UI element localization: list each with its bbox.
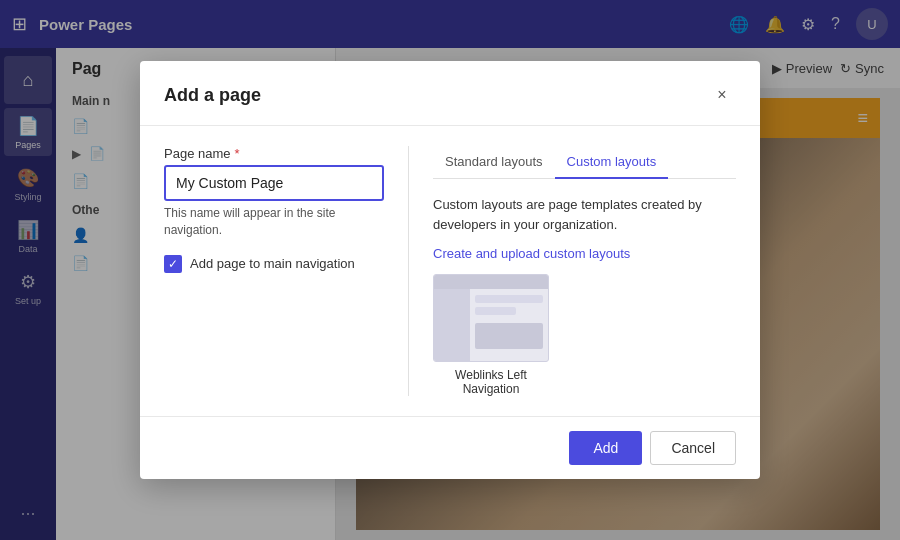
page-name-label: Page name *: [164, 146, 384, 161]
add-page-modal: Add a page × Page name * This name will …: [140, 61, 760, 479]
add-nav-checkbox[interactable]: ✓: [164, 255, 182, 273]
modal-body: Page name * This name will appear in the…: [140, 126, 760, 416]
create-upload-link[interactable]: Create and upload custom layouts: [433, 246, 630, 261]
tab-custom-layouts[interactable]: Custom layouts: [555, 146, 669, 179]
layout-grid: Weblinks LeftNavigation: [433, 274, 736, 396]
required-star: *: [235, 146, 240, 161]
add-nav-row: ✓ Add page to main navigation: [164, 255, 384, 273]
modal-footer: Add Cancel: [140, 416, 760, 479]
layout-card-label: Weblinks LeftNavigation: [455, 368, 527, 396]
thumb-row-2: [475, 307, 516, 315]
modal-header: Add a page ×: [140, 61, 760, 126]
add-button[interactable]: Add: [569, 431, 642, 465]
cancel-button[interactable]: Cancel: [650, 431, 736, 465]
thumb-box: [475, 323, 543, 349]
thumb-sidebar: [434, 289, 470, 361]
layout-card-weblinks[interactable]: Weblinks LeftNavigation: [433, 274, 549, 396]
page-name-hint: This name will appear in the site naviga…: [164, 205, 384, 239]
tab-standard-layouts[interactable]: Standard layouts: [433, 146, 555, 179]
add-nav-label: Add page to main navigation: [190, 256, 355, 271]
layout-description: Custom layouts are page templates create…: [433, 195, 736, 234]
thumb-top-bar: [434, 275, 548, 289]
thumb-row-1: [475, 295, 543, 303]
layout-thumbnail-weblinks: [433, 274, 549, 362]
modal-close-button[interactable]: ×: [708, 81, 736, 109]
page-name-field: Page name * This name will appear in the…: [164, 146, 384, 239]
page-name-input[interactable]: [164, 165, 384, 201]
modal-form: Page name * This name will appear in the…: [164, 146, 384, 396]
modal-divider: [408, 146, 409, 396]
modal-title: Add a page: [164, 85, 261, 106]
modal-layouts: Standard layouts Custom layouts Custom l…: [433, 146, 736, 396]
thumb-body: [434, 289, 548, 361]
layout-tabs: Standard layouts Custom layouts: [433, 146, 736, 179]
thumb-main: [470, 289, 548, 361]
